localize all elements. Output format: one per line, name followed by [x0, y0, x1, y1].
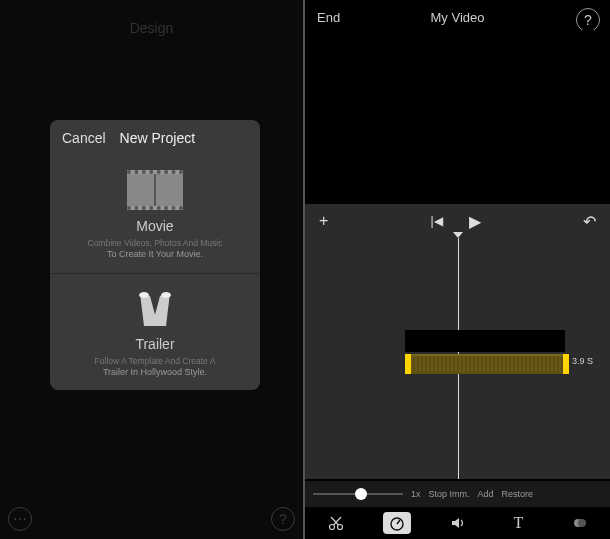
movie-desc-1: Combine Videos, Photos And Music [88, 238, 223, 248]
svg-line-11 [397, 520, 400, 524]
speed-icon[interactable] [383, 512, 411, 534]
restore-button[interactable]: Restore [502, 489, 534, 499]
speed-slider-thumb[interactable] [355, 488, 367, 500]
svg-point-3 [161, 292, 171, 298]
trailer-option[interactable]: Trailer Follow A Template And Create A T… [50, 273, 260, 391]
video-preview [305, 30, 610, 200]
help-button-right[interactable]: ? [576, 8, 600, 32]
volume-icon[interactable] [444, 515, 472, 531]
stop-immediate-button[interactable]: Stop Imm. [429, 489, 470, 499]
movie-label: Movie [62, 218, 248, 234]
svg-point-7 [337, 525, 342, 530]
skip-back-button[interactable]: |◀ [431, 214, 443, 228]
spotlight-icon [130, 288, 180, 328]
speed-slider[interactable] [313, 493, 403, 495]
filter-icon[interactable] [566, 515, 594, 531]
movie-desc-2: To Create It Your Movie. [107, 249, 203, 259]
video-title: My Video [431, 10, 485, 25]
play-button[interactable]: ▶ [469, 212, 481, 231]
svg-point-2 [139, 292, 149, 298]
edit-toolbar: T [305, 507, 610, 539]
cancel-button[interactable]: Cancel [62, 130, 106, 146]
movie-option[interactable]: Movie Combine Videos, Photos And Music T… [50, 156, 260, 273]
clip-container: 3.9 S [405, 330, 595, 374]
trailer-desc-2: Trailer In Hollywood Style. [103, 367, 207, 377]
clip-duration: 3.9 S [572, 356, 593, 366]
text-icon[interactable]: T [505, 514, 533, 532]
video-clip[interactable]: 3.9 S [405, 354, 569, 374]
dialog-title: New Project [120, 130, 248, 146]
speed-value: 1x [411, 489, 421, 499]
svg-point-6 [329, 525, 334, 530]
dialog-header: Cancel New Project [50, 120, 260, 156]
undo-button[interactable]: ↶ [583, 212, 596, 231]
speed-row: 1x Stop Imm. Add Restore [305, 481, 610, 507]
movie-desc: Combine Videos, Photos And Music To Crea… [62, 238, 248, 261]
svg-marker-12 [452, 518, 459, 528]
clip-title-bar [405, 330, 565, 352]
help-button-left[interactable]: ? [271, 507, 295, 531]
add-media-button[interactable]: + [319, 212, 328, 230]
scissors-icon[interactable] [322, 515, 350, 531]
end-button[interactable]: End [317, 10, 340, 25]
projects-panel: Design Cancel New Project Movie Combine … [0, 0, 305, 539]
add-freeze-button[interactable]: Add [478, 489, 494, 499]
more-button[interactable]: ⋯ [8, 507, 32, 531]
svg-point-14 [578, 519, 586, 527]
left-header-title: Design [0, 20, 303, 36]
trailer-label: Trailer [62, 336, 248, 352]
new-project-dialog: Cancel New Project Movie Combine Videos,… [50, 120, 260, 390]
svg-marker-1 [152, 293, 170, 326]
timeline[interactable]: 3.9 S [305, 238, 610, 479]
trailer-desc: Follow A Template And Create A Trailer I… [62, 356, 248, 379]
trailer-desc-1: Follow A Template And Create A [95, 356, 216, 366]
editor-panel: End My Video ? 3.9 s + |◀ ▶ ↶ 3.9 S 1x S… [305, 0, 610, 539]
film-icon [127, 170, 183, 210]
